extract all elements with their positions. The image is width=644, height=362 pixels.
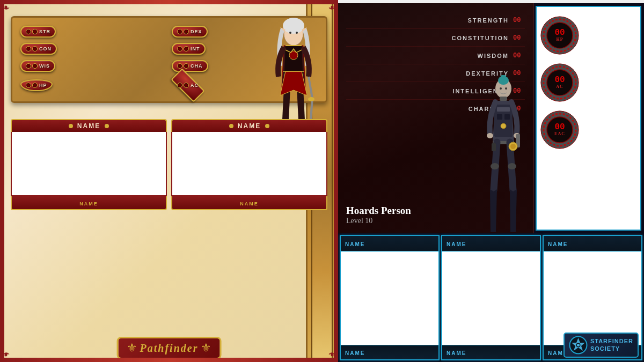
stat-label-con: CON — [39, 46, 52, 51]
sf-stat-name-constitution: CONSTITUTION — [346, 35, 513, 41]
svg-point-1 — [283, 18, 304, 34]
svg-point-2 — [289, 32, 291, 34]
sf-box-body-2[interactable] — [442, 252, 540, 345]
stat-row-con: CON — [20, 43, 166, 55]
sf-logo-icon — [569, 336, 588, 354]
stat-circles-dex — [177, 29, 189, 34]
hp-ring-text: 00 HP — [554, 28, 565, 42]
sf-box-body-3[interactable] — [544, 252, 641, 345]
stat-btn-wis[interactable]: WIS — [20, 60, 55, 72]
name-field-right[interactable] — [172, 132, 326, 195]
svg-rect-28 — [497, 114, 502, 120]
circle2-con — [32, 46, 38, 51]
sf-box-footer-2: NAME — [442, 345, 540, 359]
svg-point-5 — [308, 97, 314, 101]
starfinder-panel: STRENGTH 00 CONSTITUTION 00 WISDOM 00 DE… — [338, 0, 644, 362]
stat-circles-cha — [177, 63, 189, 69]
circle2-cha — [184, 63, 189, 69]
stat-label-str: STR — [39, 29, 50, 34]
dot-left-1 — [69, 124, 73, 128]
sf-box-header-3: NAME — [544, 236, 641, 252]
sf-name-box-2: NAME NAME — [441, 235, 541, 360]
sf-stat-constitution: CONSTITUTION 00 — [346, 34, 525, 47]
top-red-bar — [0, 0, 338, 4]
pf-name-input-left[interactable] — [11, 132, 167, 196]
pf-name-footer-left: NAME — [11, 196, 167, 210]
sf-box-header-1: NAME — [341, 236, 438, 252]
stat-btn-ac[interactable]: AC — [171, 68, 205, 102]
circle1-hp — [26, 83, 31, 88]
pf-logo-area: ⚜ Pathfinder ⚜ — [117, 337, 222, 359]
circle2-int — [184, 46, 189, 51]
stat-circles-ac — [177, 83, 189, 88]
ac-ring-value: 00 — [554, 76, 565, 84]
corner-ornament-bl: ❧ — [1, 348, 10, 361]
circle1-int — [177, 46, 182, 51]
stat-label-dex: DEX — [191, 29, 202, 34]
sf-char-svg — [477, 67, 530, 233]
pf-name-input-right[interactable] — [171, 132, 327, 196]
sf-box-header-label-3: NAME — [548, 241, 568, 247]
svg-rect-27 — [497, 107, 510, 112]
pf-name-header-right: NAME — [171, 119, 327, 132]
stat-circles-int — [177, 46, 189, 51]
sf-box-footer-label-1: NAME — [345, 350, 365, 356]
stat-label-hp: HP — [39, 83, 47, 88]
circle1-ac — [177, 83, 182, 88]
pf-stats-area: STR DEX — [11, 16, 327, 103]
stat-btn-dex[interactable]: DEX — [172, 26, 208, 38]
circle1-wis — [26, 63, 31, 69]
svg-rect-29 — [504, 114, 510, 120]
corner-ornament-br: ❧ — [328, 348, 337, 361]
sf-stat-name-wisdom: WISDOM — [346, 53, 513, 59]
stat-btn-int[interactable]: INT — [172, 43, 206, 55]
eac-ring-label: EAC — [554, 131, 565, 136]
sf-character-figure — [477, 67, 530, 233]
svg-point-36 — [508, 163, 516, 169]
circle2-str — [32, 29, 38, 34]
sf-ring-hp: 00 HP — [538, 14, 581, 57]
sf-stat-val-constitution: 00 — [513, 34, 525, 42]
sf-input-1[interactable] — [341, 252, 438, 345]
stat-btn-con[interactable]: CON — [20, 43, 57, 55]
svg-rect-25 — [500, 97, 507, 101]
name-field-left[interactable] — [12, 132, 166, 195]
circle2-dex — [184, 29, 189, 34]
sf-stat-val-wisdom: 00 — [513, 52, 525, 60]
svg-point-35 — [491, 163, 499, 169]
stat-btn-cha[interactable]: CHA — [172, 60, 208, 72]
sf-stat-wisdom: WISDOM 00 — [346, 52, 525, 64]
stat-btn-str[interactable]: STR — [20, 26, 56, 38]
sf-logo-sub-text: SOCIETY — [590, 345, 633, 352]
stat-label-wis: WIS — [39, 63, 50, 69]
svg-point-24 — [505, 87, 507, 90]
stat-row-str: STR — [20, 26, 166, 38]
pf-logo-symbol: ⚜ — [127, 341, 137, 355]
sf-input-3[interactable] — [544, 252, 641, 345]
stat-circles-wis — [26, 63, 38, 69]
sf-box-header-label-2: NAME — [447, 241, 466, 247]
dot-right-1 — [229, 124, 233, 128]
pf-name-sections: NAME NAME NAME — [11, 119, 327, 210]
sf-input-2[interactable] — [442, 252, 540, 345]
sf-box-footer-1: NAME — [341, 345, 438, 359]
pf-logo-text: Pathfinder — [140, 342, 199, 354]
stat-btn-hp[interactable]: HP — [20, 79, 53, 91]
sf-stat-name-strength: STRENGTH — [346, 17, 513, 24]
pf-logo-badge: ⚜ Pathfinder ⚜ — [117, 337, 222, 359]
sf-stat-val-strength: 00 — [513, 17, 525, 24]
sf-box-footer-label-2: NAME — [447, 350, 466, 356]
hp-ring-value: 00 — [554, 28, 565, 37]
dot-left-2 — [105, 124, 109, 128]
circle2-wis — [32, 63, 38, 69]
sf-box-body-1[interactable] — [341, 252, 438, 345]
svg-point-34 — [487, 133, 493, 138]
pf-name-header-text-right: NAME — [238, 122, 261, 130]
pf-name-box-left: NAME NAME — [11, 119, 167, 210]
pf-name-footer-text-right: NAME — [240, 201, 259, 206]
ac-ring-label: AC — [554, 84, 565, 89]
stat-label-cha: CHA — [191, 63, 203, 69]
stat-circles-con — [26, 46, 38, 51]
pf-name-header-left: NAME — [11, 119, 167, 132]
pf-name-footer-right: NAME — [171, 196, 327, 210]
